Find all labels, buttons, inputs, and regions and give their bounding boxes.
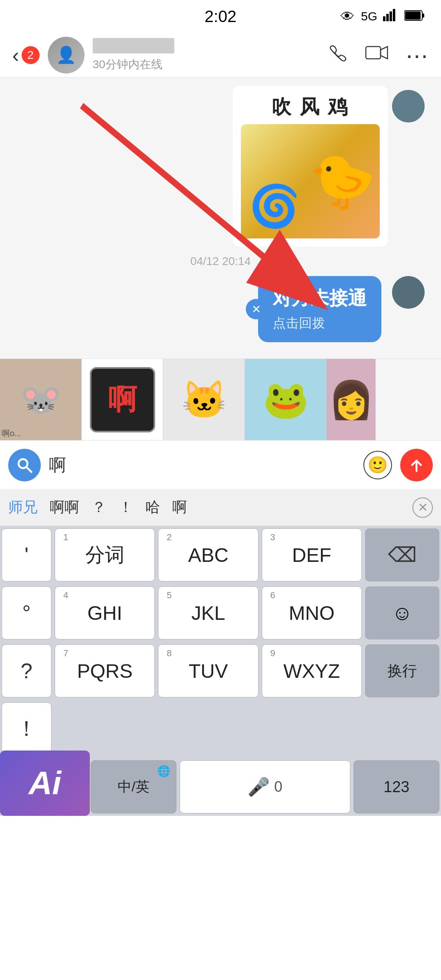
key-apostrophe[interactable]: ' <box>2 528 51 581</box>
keyboard-row-3: ? 7 PQRS 8 TUV 9 WXYZ 换行 <box>0 642 441 700</box>
status-bar: 2:02 👁 5G <box>0 0 441 33</box>
call-message[interactable]: ✕ 对方未接通 点击回拨 <box>8 276 433 342</box>
phone-icon[interactable] <box>328 42 349 67</box>
backspace-icon: ⌫ <box>388 543 417 567</box>
suggestion-4[interactable]: 哈 <box>145 497 160 517</box>
sticker-thumb-4[interactable]: 🐸 <box>245 359 327 440</box>
suggestion-0[interactable]: 师兄 <box>8 497 38 517</box>
key-degree[interactable]: ° <box>2 586 51 639</box>
globe-icon: 🌐 <box>157 765 170 777</box>
header-actions: ··· <box>328 41 429 69</box>
sticker-bubble: 吹 风 鸡 🌀 🐤 <box>233 86 388 247</box>
back-chevron-icon: ‹ <box>12 43 19 67</box>
suggestion-5[interactable]: 啊 <box>172 497 187 517</box>
sticker-thumb-2[interactable]: 啊 <box>82 359 163 440</box>
sticker-image: 🌀 🐤 <box>241 124 380 238</box>
call-bubble[interactable]: 对方未接通 点击回拨 <box>258 276 381 342</box>
key-9-wxyz[interactable]: 9 WXYZ <box>262 644 362 697</box>
keyboard: ' 1 分词 2 ABC 3 DEF ⌫ <box>0 526 441 816</box>
unread-badge: 2 <box>22 46 40 64</box>
sticker-thumb-3[interactable]: 🐱 <box>163 359 245 440</box>
smiley-icon: ☺ <box>392 601 412 625</box>
exclamation-symbol: ！ <box>16 715 37 743</box>
emoji-face-icon: 🙂 <box>368 455 388 474</box>
input-text-display[interactable]: 啊 <box>49 454 355 477</box>
fan-emoji: 🌀 <box>249 182 300 230</box>
svg-text:5G: 5G <box>361 9 376 21</box>
keyboard-left-col-2: ° <box>0 584 53 642</box>
key-zhong-en[interactable]: 🌐 中/英 <box>91 760 176 813</box>
space-number: 0 <box>274 778 282 795</box>
sender-avatar <box>392 90 425 122</box>
key-question[interactable]: ? <box>2 644 51 697</box>
key-1-fenci[interactable]: 1 分词 <box>55 528 155 581</box>
key-6-mno[interactable]: 6 MNO <box>262 586 362 639</box>
svg-rect-2 <box>386 14 389 21</box>
key-3-def[interactable]: 3 DEF <box>262 528 362 581</box>
keyboard-digit-row-3: 7 PQRS 8 TUV 9 WXYZ <box>53 642 363 700</box>
suggestion-1[interactable]: 啊啊 <box>50 497 79 517</box>
contact-info: 30分钟内在线 <box>93 38 320 72</box>
contact-status: 30分钟内在线 <box>93 57 320 72</box>
signal-icon <box>383 9 398 24</box>
status-time: 2:02 <box>205 7 236 26</box>
sticker-title: 吹 风 鸡 <box>241 94 380 120</box>
search-button[interactable] <box>8 449 41 481</box>
keyboard-right-col-3: 换行 <box>363 642 441 700</box>
keyboard-row-2: ° 4 GHI 5 JKL 6 MNO ☺ <box>0 584 441 642</box>
svg-line-12 <box>27 467 32 472</box>
key-2-abc[interactable]: 2 ABC <box>158 528 258 581</box>
ai-label: Ai <box>29 764 61 802</box>
apostrophe-symbol: ' <box>24 543 29 567</box>
keyboard-center-row2: 4 GHI 5 JKL 6 MNO <box>53 584 363 642</box>
emoji-button[interactable]: 🙂 <box>363 451 392 479</box>
svg-rect-4 <box>393 9 395 21</box>
key-7-pqrs[interactable]: 7 PQRS <box>55 644 155 697</box>
ai-badge[interactable]: Ai <box>0 751 90 816</box>
send-button[interactable] <box>400 449 433 481</box>
keyboard-left-col-4: ！ <box>0 700 53 758</box>
send-up-icon <box>408 456 425 474</box>
keyboard-left-col-3: ? <box>0 642 53 700</box>
svg-point-11 <box>18 459 27 468</box>
call-action-sub: 点击回拨 <box>273 314 367 332</box>
keyboard-digit-row-2: 4 GHI 5 JKL 6 MNO <box>53 584 363 642</box>
suggestion-2[interactable]: ？ <box>91 497 106 517</box>
contact-avatar: 👤 <box>48 37 85 74</box>
key-space[interactable]: 🎤 0 <box>180 760 350 813</box>
svg-rect-6 <box>422 13 424 18</box>
more-options-icon[interactable]: ··· <box>406 41 429 69</box>
status-icons: 👁 5G <box>341 9 425 24</box>
sticker-thumb-5[interactable]: 👩 <box>327 359 376 440</box>
keyboard-center-row1: 1 分词 2 ABC 3 DEF <box>53 526 363 584</box>
keyboard-right-col-2: ☺ <box>363 584 441 642</box>
key-4-ghi[interactable]: 4 GHI <box>55 586 155 639</box>
key-5-jkl[interactable]: 5 JKL <box>158 586 258 639</box>
video-call-icon[interactable] <box>365 42 390 67</box>
newline-label: 换行 <box>388 661 417 681</box>
key-8-tuv[interactable]: 8 TUV <box>158 644 258 697</box>
keyboard-center-row4 <box>53 700 363 758</box>
delete-key[interactable]: ⌫ <box>365 528 439 581</box>
key-123[interactable]: 123 <box>354 760 439 813</box>
svg-rect-3 <box>390 11 392 21</box>
key-exclamation[interactable]: ！ <box>2 702 51 755</box>
sticker-carousel[interactable]: 🐭 啊o... 啊 🐱 🐸 👩 <box>0 359 441 440</box>
back-button[interactable]: ‹ 2 <box>12 43 40 67</box>
battery-icon <box>404 9 425 24</box>
search-icon <box>16 456 33 474</box>
suggestion-close-button[interactable]: ✕ <box>412 497 433 518</box>
message-timestamp: 04/12 20:14 <box>8 255 433 268</box>
chick-emoji: 🐤 <box>310 150 376 212</box>
newline-key[interactable]: 换行 <box>365 644 439 697</box>
svg-rect-8 <box>366 47 381 59</box>
svg-rect-1 <box>383 16 385 21</box>
call-cancel-icon: ✕ <box>246 299 266 319</box>
keyboard-center-row3: 7 PQRS 8 TUV 9 WXYZ <box>53 642 363 700</box>
sticker-message: 吹 风 鸡 🌀 🐤 <box>8 86 433 247</box>
sticker-thumb-1[interactable]: 🐭 啊o... <box>0 359 82 440</box>
emoji-key[interactable]: ☺ <box>365 586 439 639</box>
chat-header: ‹ 2 👤 30分钟内在线 ··· <box>0 33 441 78</box>
suggestion-3[interactable]: ！ <box>118 497 133 517</box>
chat-area: 吹 风 鸡 🌀 🐤 04/12 20:14 ✕ 对方未接通 点击回拨 <box>0 78 441 359</box>
